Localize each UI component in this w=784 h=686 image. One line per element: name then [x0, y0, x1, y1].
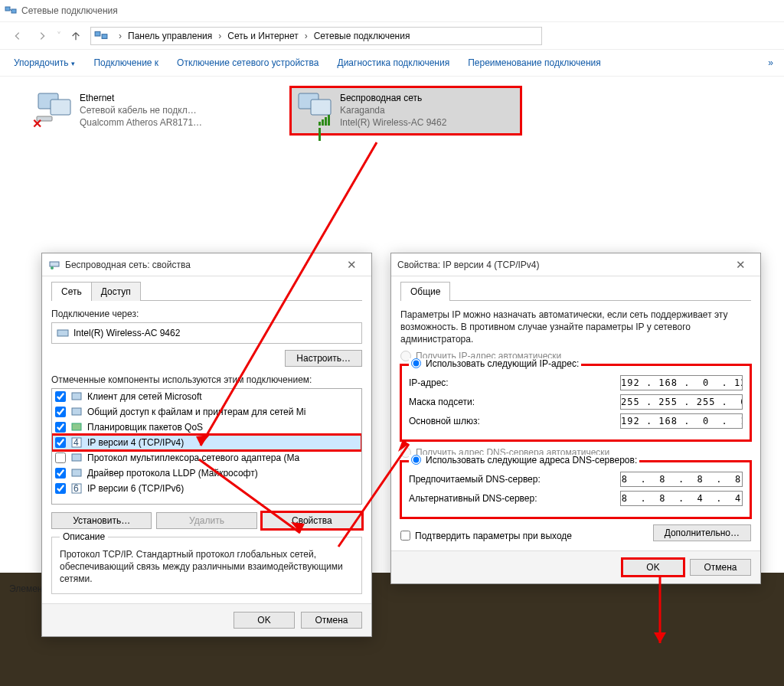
item-label: IP версии 6 (TCP/IPv6) — [87, 483, 184, 494]
rename-button[interactable]: Переименование подключения — [468, 57, 601, 68]
item-checkbox[interactable] — [55, 407, 66, 417]
tab-access[interactable]: Доступ — [91, 282, 141, 301]
install-button[interactable]: Установить… — [51, 512, 152, 529]
item-checkbox[interactable] — [55, 468, 66, 479]
cancel-button[interactable]: Отмена — [690, 559, 751, 576]
configure-button[interactable]: Настроить… — [285, 350, 362, 367]
component-icon — [70, 390, 83, 403]
back-button[interactable] — [8, 26, 28, 46]
component-icon — [70, 467, 83, 479]
component-icon — [70, 406, 83, 418]
connection-status: Karaganda — [340, 104, 516, 116]
components-label: Отмеченные компоненты используются этим … — [51, 374, 362, 385]
svg-text:4: 4 — [74, 437, 79, 448]
item-checkbox[interactable] — [55, 422, 66, 433]
svg-rect-18 — [72, 454, 81, 461]
connection-device: Qualcomm Atheros AR8171… — [80, 116, 256, 129]
forward-button[interactable] — [32, 26, 52, 46]
item-label: Общий доступ к файлам и принтерам для се… — [87, 407, 305, 417]
item-checkbox[interactable] — [55, 483, 66, 494]
list-item[interactable]: Клиент для сетей Microsoft — [52, 389, 361, 404]
ok-button[interactable]: OK — [622, 559, 684, 576]
list-item[interactable]: Драйвер протокола LLDP (Майкрософт) — [52, 466, 361, 481]
list-item[interactable]: Общий доступ к файлам и принтерам для се… — [52, 404, 361, 420]
chevron-right-icon: › — [119, 31, 122, 41]
connect-to-button[interactable]: Подключение к — [93, 57, 158, 68]
window-title: Сетевые подключения — [21, 5, 118, 16]
dns2-input[interactable] — [620, 491, 743, 506]
component-icon — [70, 452, 83, 464]
mask-label: Маска подсети: — [409, 397, 475, 407]
dns1-input[interactable] — [620, 472, 743, 487]
components-list[interactable]: Клиент для сетей Microsoft Общий доступ … — [51, 388, 362, 505]
ok-button[interactable]: OK — [234, 612, 295, 629]
confirm-on-exit[interactable]: Подтвердить параметры при выходе — [400, 531, 572, 541]
dialog-title: Свойства: IP версии 4 (TCP/IPv4) — [397, 260, 727, 270]
radio-input[interactable] — [411, 455, 421, 465]
component-icon — [70, 421, 83, 433]
description-group: Описание Протокол TCP/IP. Стандартный пр… — [51, 537, 362, 594]
close-icon[interactable]: ✕ — [727, 258, 754, 272]
connection-name: Ethernet — [80, 92, 256, 104]
item-checkbox[interactable] — [55, 391, 66, 402]
list-item-ipv4[interactable]: 4IP версии 4 (TCP/IPv4) — [52, 435, 361, 450]
radio-input[interactable] — [411, 358, 421, 368]
item-label: Драйвер протокола LLDP (Майкрософт) — [87, 468, 258, 479]
diagnose-button[interactable]: Диагностика подключения — [338, 57, 450, 68]
svg-rect-14 — [72, 408, 81, 415]
item-checkbox[interactable] — [55, 437, 66, 448]
error-x-icon: ✕ — [32, 116, 42, 131]
dialog-ipv4-properties: Свойства: IP версии 4 (TCP/IPv4) ✕ Общие… — [390, 253, 761, 584]
properties-button[interactable]: Свойства — [262, 512, 362, 529]
nav-row: ˅ › Панель управления › Сеть и Интернет … — [0, 21, 784, 49]
item-label: IP версии 4 (TCP/IPv4) — [87, 437, 184, 448]
crumb-3[interactable]: Сетевые подключения — [314, 31, 410, 41]
dialog-titlebar[interactable]: Беспроводная сеть: свойства ✕ — [42, 253, 371, 276]
gateway-input[interactable] — [620, 413, 743, 429]
status-bar-text: Элемен — [9, 583, 42, 594]
connect-via-label: Подключение через: — [51, 309, 362, 319]
tab-general[interactable]: Общие — [400, 282, 450, 301]
up-button[interactable] — [66, 26, 86, 46]
crumb-2[interactable]: Сеть и Интернет — [227, 31, 298, 41]
organize-button[interactable]: Упорядочить — [14, 57, 75, 68]
nic-icon — [57, 327, 69, 339]
svg-rect-19 — [72, 469, 81, 476]
component-icon: 4 — [70, 436, 83, 449]
svg-rect-4 — [102, 34, 107, 38]
mask-input[interactable] — [620, 394, 743, 410]
item-label: Планировщик пакетов QoS — [87, 422, 203, 433]
svg-text:6: 6 — [74, 483, 79, 494]
description-text: Протокол TCP/IP. Стандартный протокол гл… — [60, 548, 354, 586]
breadcrumb[interactable]: › Панель управления › Сеть и Интернет › … — [90, 27, 542, 45]
chevron-right-icon: › — [305, 31, 308, 41]
close-icon[interactable]: ✕ — [338, 258, 365, 272]
svg-rect-13 — [72, 393, 81, 400]
item-label: Протокол мультиплексора сетевого адаптер… — [87, 452, 299, 463]
tab-network[interactable]: Сеть — [51, 282, 92, 301]
item-checkbox[interactable] — [55, 452, 66, 463]
toolbar: Упорядочить Подключение к Отключение сет… — [0, 49, 784, 77]
disable-device-button[interactable]: Отключение сетевого устройства — [177, 57, 318, 68]
connection-ethernet[interactable]: ✕ Ethernet Сетевой кабель не подкл… Qual… — [31, 87, 260, 134]
more-button[interactable]: » — [768, 57, 773, 68]
nav-dropdown-icon[interactable]: ˅ — [57, 31, 61, 41]
checkbox[interactable] — [400, 531, 410, 541]
ip-group: Использовать следующий IP-адрес: IP-адре… — [400, 364, 751, 441]
dialog-wireless-properties: Беспроводная сеть: свойства ✕ Сеть Досту… — [41, 253, 372, 637]
advanced-button[interactable]: Дополнительно… — [653, 524, 751, 541]
ip-input[interactable] — [620, 375, 743, 390]
network-icon — [94, 29, 108, 43]
list-item[interactable]: Планировщик пакетов QoS — [52, 420, 361, 435]
checkbox-label: Подтвердить параметры при выходе — [415, 531, 572, 541]
list-item[interactable]: Протокол мультиплексора сетевого адаптер… — [52, 450, 361, 466]
info-text: Параметры IP можно назначать автоматичес… — [400, 309, 751, 346]
crumb-1[interactable]: Панель управления — [128, 31, 212, 41]
svg-rect-1 — [11, 9, 16, 13]
cancel-button[interactable]: Отмена — [301, 612, 362, 629]
chevron-right-icon: › — [218, 31, 221, 41]
dns1-label: Предпочитаемый DNS-сервер: — [409, 474, 541, 485]
dialog-titlebar[interactable]: Свойства: IP версии 4 (TCP/IPv4) ✕ — [391, 253, 760, 276]
connection-wifi[interactable]: Беспроводная сеть Karaganda Intel(R) Wir… — [291, 87, 521, 134]
list-item[interactable]: 6IP версии 6 (TCP/IPv6) — [52, 481, 361, 496]
